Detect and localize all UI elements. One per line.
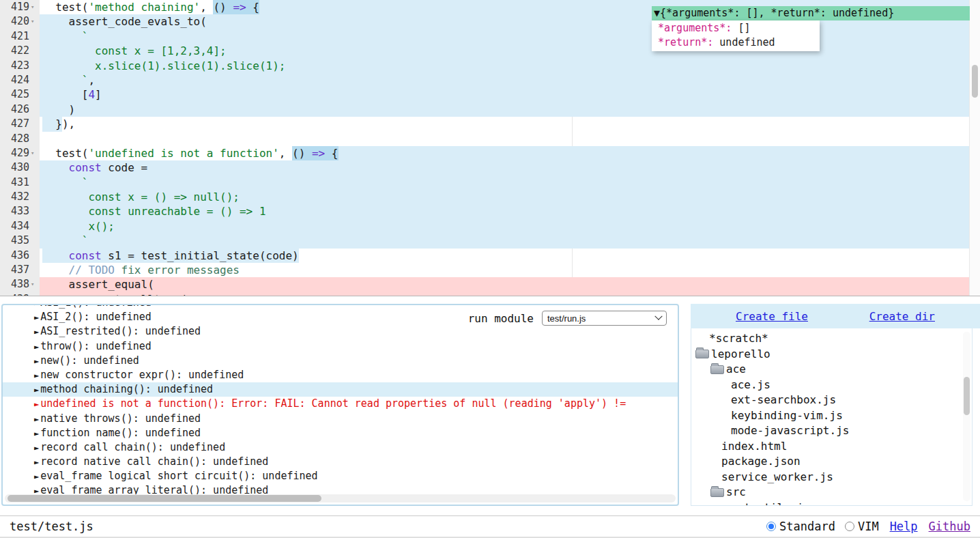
test-result-item[interactable]: ►ASI_1(): undefined	[3, 304, 678, 310]
link-github[interactable]: Github	[929, 520, 970, 533]
tooltip-entry[interactable]: *return*: undefined	[652, 36, 820, 50]
code-token: ()	[213, 0, 233, 14]
code-token: =>	[233, 0, 246, 14]
expand-arrow-icon[interactable]: ►	[34, 371, 39, 380]
expand-arrow-icon[interactable]: ►	[34, 304, 39, 308]
code-line[interactable]: 430 const code =	[0, 160, 980, 175]
expand-arrow-icon[interactable]: ►	[34, 313, 39, 322]
code-token: assert_calltree(	[42, 292, 187, 296]
code-text[interactable]: assert_equal(	[40, 277, 980, 292]
code-line[interactable]: 423 x.slice(1).slice(1).slice(1);	[0, 59, 980, 73]
expand-arrow-icon[interactable]: ►	[34, 457, 39, 467]
link-help[interactable]: Help	[890, 520, 918, 533]
code-text[interactable]: const s1 = test_initial_state(code)	[40, 249, 980, 263]
code-line[interactable]: 434 x();	[0, 219, 980, 233]
tree-item-file[interactable]: service_worker.js	[691, 470, 972, 485]
expand-arrow-icon[interactable]: ►	[34, 429, 39, 438]
create-dir-link[interactable]: Create dir	[869, 310, 935, 323]
code-text[interactable]: // TODO fix error messages	[40, 263, 980, 277]
test-result-item[interactable]: ►function name(): undefined	[3, 426, 678, 440]
code-text[interactable]: x();	[40, 219, 980, 233]
tree-scrollbar-thumb[interactable]	[964, 377, 970, 415]
code-line[interactable]: 426 )	[0, 102, 980, 117]
test-result-item[interactable]: ►record native call chain(): undefined	[3, 455, 678, 469]
code-text[interactable]: `,	[40, 73, 980, 87]
tree-item-file[interactable]: mode-javascript.js	[691, 423, 972, 439]
test-result-item[interactable]: ►record call chain(): undefined	[3, 440, 678, 455]
code-text[interactable]	[40, 132, 980, 146]
radio-checked-icon[interactable]	[766, 522, 776, 531]
code-editor[interactable]: 419▾ test('method chaining', () => {420▾…	[0, 0, 980, 296]
tree-scrollbar[interactable]	[963, 332, 970, 501]
expand-arrow-icon[interactable]: ►	[34, 342, 39, 352]
test-result-item[interactable]: ►throw(): undefined	[3, 339, 678, 354]
code-text[interactable]: )	[40, 102, 980, 117]
expand-arrow-icon[interactable]: ►	[34, 414, 39, 424]
tooltip-header[interactable]: ▼{*arguments*: [], *return*: undefined}	[652, 6, 970, 20]
code-line[interactable]: 425 [4]	[0, 87, 980, 102]
tree-item-folder[interactable]: src	[691, 485, 972, 500]
create-file-link[interactable]: Create file	[736, 310, 808, 323]
editor-scrollbar[interactable]	[969, 0, 980, 296]
code-line[interactable]: 435 `	[0, 233, 980, 248]
code-line[interactable]: 427 }),	[0, 117, 980, 131]
tree-item-file[interactable]: index.html	[691, 439, 972, 455]
code-text[interactable]: const code =	[40, 160, 980, 175]
code-line[interactable]: 438▾ assert_equal(	[0, 277, 980, 292]
code-token: =>	[312, 146, 325, 160]
expand-arrow-icon[interactable]: ►	[34, 385, 39, 395]
code-token	[42, 249, 69, 263]
test-result-item[interactable]: ►new(): undefined	[3, 354, 678, 368]
code-text[interactable]: const unreachable = () => 1	[40, 204, 980, 218]
test-result-item[interactable]: ►eval_frame logical short circuit(): und…	[3, 469, 678, 483]
expand-arrow-icon[interactable]: ►	[34, 356, 39, 366]
tree-item-file[interactable]: ext-searchbox.js	[691, 393, 972, 408]
fold-arrow-icon[interactable]: ▾	[29, 146, 40, 160]
run-module-select[interactable]: test/run.js	[542, 311, 667, 326]
code-line[interactable]: 437 // TODO fix error messages	[0, 263, 980, 277]
test-result-item[interactable]: ►new constructor expr(): undefined	[3, 368, 678, 382]
fold-arrow-icon[interactable]: ▾	[29, 277, 40, 292]
tree-item-folder[interactable]: ace	[691, 362, 972, 378]
code-line[interactable]: 439 assert_calltree(	[0, 292, 980, 296]
code-text[interactable]: `	[40, 175, 980, 190]
code-line[interactable]: 429▾ test('undefined is not a function',…	[0, 146, 980, 160]
test-result-item[interactable]: ►method chaining(): undefined	[3, 382, 678, 397]
keybinding-mode-option[interactable]: Standard	[766, 520, 835, 533]
editor-scrollbar-thumb[interactable]	[972, 65, 978, 98]
code-text[interactable]: [4]	[40, 87, 980, 102]
code-line[interactable]: 424 `,	[0, 73, 980, 87]
test-result-item[interactable]: ►undefined is not a function(): Error: F…	[3, 397, 678, 411]
tree-item-file[interactable]: keybinding-vim.js	[691, 408, 972, 424]
tree-item-folder[interactable]: leporello	[691, 347, 972, 363]
keybinding-mode-option[interactable]: VIM	[845, 520, 879, 533]
test-result-item[interactable]: ►ASI_restrited(): undefined	[3, 324, 678, 339]
fold-arrow-icon[interactable]: ▾	[29, 14, 40, 29]
code-line[interactable]: 436 const s1 = test_initial_state(code)	[0, 249, 980, 263]
test-result-text: new(): undefined	[40, 354, 139, 367]
code-text[interactable]: x.slice(1).slice(1).slice(1);	[40, 59, 980, 73]
output-horizontal-scrollbar[interactable]	[5, 494, 676, 502]
code-text[interactable]: test('undefined is not a function', () =…	[40, 146, 980, 160]
output-horizontal-scrollbar-thumb[interactable]	[8, 495, 321, 502]
radio-unchecked-icon[interactable]	[845, 522, 854, 531]
expand-arrow-icon[interactable]: ►	[34, 327, 39, 337]
tooltip-entry[interactable]: *arguments*: []	[652, 21, 820, 36]
tree-item-file[interactable]: ace.js	[691, 378, 972, 393]
code-line[interactable]: 428	[0, 132, 980, 146]
expand-arrow-icon[interactable]: ►	[34, 472, 39, 481]
tree-item-file[interactable]: *scratch*	[691, 331, 972, 347]
code-line[interactable]: 433 const unreachable = () => 1	[0, 204, 980, 218]
code-text[interactable]: const x = () => null();	[40, 190, 980, 204]
code-text[interactable]: `	[40, 233, 980, 248]
code-text[interactable]: }),	[40, 117, 980, 131]
tree-item-file[interactable]: package.json	[691, 454, 972, 470]
expand-arrow-icon[interactable]: ►	[34, 399, 39, 409]
tree-item-file[interactable]: ast_utils.js	[691, 500, 972, 507]
code-text[interactable]: assert_calltree(	[40, 292, 980, 296]
code-line[interactable]: 432 const x = () => null();	[0, 190, 980, 204]
fold-arrow-icon[interactable]: ▾	[29, 0, 40, 14]
test-result-item[interactable]: ►native throws(): undefined	[3, 412, 678, 426]
code-line[interactable]: 431 `	[0, 175, 980, 190]
expand-arrow-icon[interactable]: ►	[34, 443, 39, 453]
